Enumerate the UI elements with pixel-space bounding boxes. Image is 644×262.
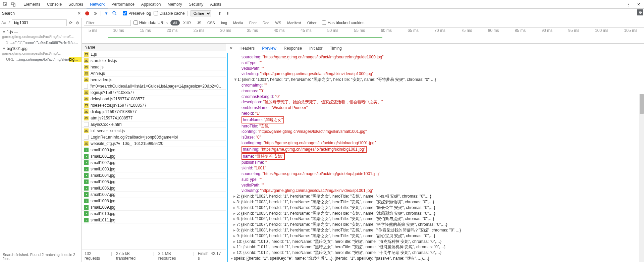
resp-tab-timing[interactable]: Timing — [329, 45, 342, 52]
request-row[interactable]: JSlogin.js?1597741088577 — [82, 90, 226, 96]
doc-file-icon — [84, 122, 89, 127]
request-row[interactable]: JSAnnie.js — [82, 70, 226, 77]
has-blocked-cookies-checkbox[interactable]: Has blocked cookies — [322, 20, 364, 25]
search-result-line[interactable]: 1…d":"1","name":"\u9ed1\u6697\u4e4b\u597… — [0, 40, 82, 46]
request-row[interactable]: JS1.js — [82, 51, 226, 58]
img-file-icon: ▪ — [84, 160, 89, 165]
search-result-group[interactable]: ▼1.js — game.gtimg.cn/images/lol/act/img… — [0, 29, 82, 40]
doc-file-icon — [84, 135, 89, 140]
filter-type-all[interactable]: All — [170, 20, 180, 25]
search-results: ▼1.js — game.gtimg.cn/images/lol/act/img… — [0, 28, 82, 251]
search-panel: Aa .* ⟳ ⊘ ▼1.js — game.gtimg.cn/images/l… — [0, 18, 82, 262]
search-close-icon[interactable]: ✕ — [76, 11, 82, 16]
js-file-icon: JS — [84, 58, 89, 63]
filter-icon[interactable]: ▼ — [104, 11, 109, 16]
img-file-icon: ▪ — [84, 173, 89, 178]
filter-type-css[interactable]: CSS — [205, 20, 218, 25]
regex-button[interactable]: .* — [8, 20, 10, 25]
filter-type-doc[interactable]: Doc — [260, 20, 272, 25]
filter-type-js[interactable]: JS — [194, 20, 204, 25]
record-icon[interactable] — [85, 11, 90, 16]
tab-elements[interactable]: Elements — [20, 1, 44, 8]
clear-search-icon[interactable]: ⊘ — [75, 20, 80, 25]
download-icon[interactable]: ⬇ — [225, 11, 230, 16]
resp-tab-response[interactable]: Response — [283, 45, 303, 52]
request-row[interactable]: ▪small1000.jpg — [82, 147, 226, 153]
img-file-icon: ▪ — [84, 211, 89, 216]
clear-icon[interactable]: ⊘ — [93, 11, 98, 16]
request-row[interactable]: JSlol_server_select.js — [82, 128, 226, 134]
device-toggle-icon[interactable] — [9, 0, 17, 8]
refresh-icon[interactable]: ⟳ — [68, 20, 73, 25]
close-panel-icon[interactable]: ✕ — [228, 46, 234, 51]
request-row[interactable]: ▪small1005.jpg — [82, 179, 226, 185]
upload-icon[interactable]: ⬆ — [217, 11, 222, 16]
match-case-button[interactable]: Aa — [1, 20, 6, 25]
request-row[interactable]: JSdelayLoad.js?1597741088577 — [82, 96, 226, 102]
img-file-icon: ▪ — [84, 167, 89, 171]
tab-console[interactable]: Console — [44, 1, 65, 8]
filter-type-img[interactable]: Img — [218, 20, 230, 25]
doc-file-icon — [84, 84, 88, 89]
network-toolbar: Search ✕ ⊘ ▼ Preserve log Disable cache … — [0, 9, 644, 18]
tab-application[interactable]: Application — [138, 1, 164, 8]
preserve-log-checkbox[interactable]: Preserve log — [123, 11, 151, 16]
resp-tab-preview[interactable]: Preview — [261, 45, 277, 52]
request-row[interactable]: ▪small1001.jpg — [82, 153, 226, 160]
request-row[interactable]: ▪small1011.jpg — [82, 217, 226, 223]
scrollbar[interactable] — [639, 94, 644, 262]
column-name-header[interactable]: Name — [82, 44, 226, 51]
filter-input[interactable] — [84, 20, 131, 26]
search-result-group[interactable]: ▼big1001.jpg — game.gtimg.cn/images/lol/… — [0, 46, 82, 56]
tab-memory[interactable]: Memory — [164, 1, 185, 8]
request-row[interactable]: ?m0=searchGuides&a0=list&r1=GuideList&pa… — [82, 83, 226, 90]
throttle-select[interactable]: Online — [191, 10, 211, 16]
json-preview[interactable]: sourceImg: "https://game.gtimg.cn/images… — [227, 53, 644, 262]
request-row[interactable]: ▪small1008.jpg — [82, 198, 226, 204]
devtools-top-bar: ElementsConsoleSourcesNetworkPerformance… — [0, 0, 644, 9]
request-row[interactable]: ▪small1007.jpg — [82, 192, 226, 198]
request-row[interactable]: JSdialog.js?1597741088577 — [82, 109, 226, 115]
js-file-icon: JS — [84, 65, 89, 69]
request-row[interactable]: JSatm.js?1597741088577 — [82, 115, 226, 121]
filter-type-manifest[interactable]: Manifest — [284, 20, 304, 25]
settings-gear-icon[interactable]: ⚙ — [637, 9, 643, 15]
tab-network[interactable]: Network — [87, 1, 108, 8]
request-row[interactable]: ▪small1002.jpg — [82, 160, 226, 166]
tab-sources[interactable]: Sources — [65, 1, 87, 8]
tab-performance[interactable]: Performance — [108, 1, 138, 8]
inspect-icon[interactable] — [1, 0, 9, 8]
request-row[interactable]: asyncCookie.html — [82, 121, 226, 128]
request-row[interactable]: JSroleselector.js?1597741088577 — [82, 102, 226, 109]
tab-audits[interactable]: Audits — [207, 1, 224, 8]
tab-security[interactable]: Security — [185, 1, 207, 8]
search-input[interactable] — [12, 19, 67, 26]
filter-bar: Hide data URLs AllXHRJSCSSImgMediaFontDo… — [82, 18, 644, 28]
request-row[interactable]: JSstarstele_list.js — [82, 58, 226, 64]
timeline[interactable]: 5 ms10 ms15 ms20 ms25 ms30 ms35 ms40 ms4… — [82, 28, 644, 44]
request-row[interactable]: LoginReturnInfo.cgi?callback=jsonp60&gam… — [82, 134, 226, 141]
filter-type-font[interactable]: Font — [247, 20, 259, 25]
search-icon[interactable] — [112, 11, 117, 16]
more-icon[interactable]: ⋮ — [625, 0, 633, 8]
request-row[interactable]: ▪small1004.jpg — [82, 172, 226, 179]
request-row[interactable]: JSwebsite_cfg.js?v=10&_=1612159859220 — [82, 141, 226, 147]
request-row[interactable]: JSherovideo.js — [82, 77, 226, 83]
img-file-icon: ▪ — [84, 186, 89, 191]
resp-tab-initiator[interactable]: Initiator — [309, 45, 323, 52]
request-row[interactable]: ▪small1003.jpg — [82, 166, 226, 172]
filter-type-xhr[interactable]: XHR — [180, 20, 194, 25]
request-row[interactable]: JShead.js — [82, 64, 226, 70]
filter-type-media[interactable]: Media — [230, 20, 246, 25]
filter-type-other[interactable]: Other — [305, 20, 319, 25]
resp-tab-headers[interactable]: Headers — [239, 45, 255, 52]
js-file-icon: JS — [84, 109, 89, 114]
request-row[interactable]: ▪small1006.jpg — [82, 185, 226, 192]
request-row[interactable]: ▪small1009.jpg — [82, 204, 226, 211]
request-row[interactable]: ▪small1010.jpg — [82, 211, 226, 217]
filter-type-ws[interactable]: WS — [273, 20, 284, 25]
hide-data-urls-checkbox[interactable]: Hide data URLs — [133, 20, 168, 25]
disable-cache-checkbox[interactable]: Disable cache — [154, 11, 184, 16]
close-devtools-icon[interactable]: ✕ — [635, 0, 643, 8]
search-result-line[interactable]: URL…img.cn/images/lol/act/img/skin/big10… — [0, 56, 82, 62]
